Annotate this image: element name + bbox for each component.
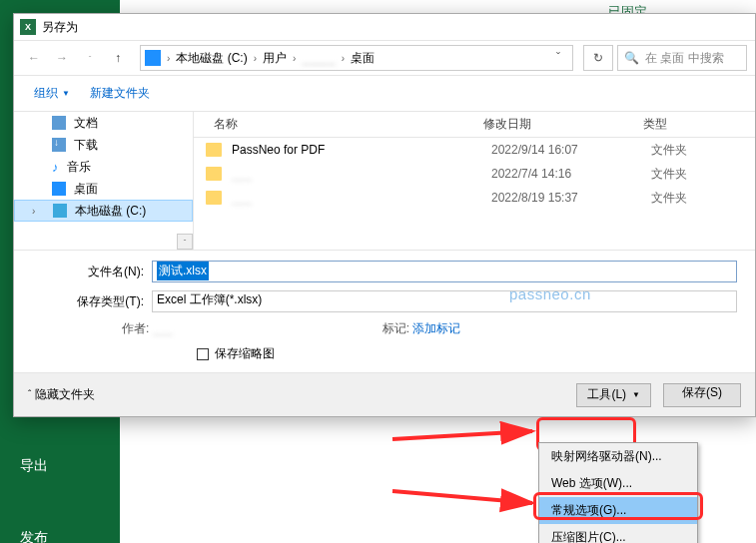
bc-users[interactable]: 用户 — [261, 50, 289, 67]
chevron-right-icon[interactable]: › — [32, 206, 35, 217]
refresh-button[interactable]: ↻ — [583, 45, 613, 71]
chevron-right-icon: › — [252, 53, 259, 64]
author-label: 作者: — [122, 321, 149, 335]
nav-back-icon[interactable]: ← — [22, 46, 46, 70]
nav-recent-icon[interactable]: ˇ — [78, 46, 102, 70]
chevron-right-icon: › — [165, 53, 172, 64]
pc-icon — [145, 50, 161, 66]
breadcrumb[interactable]: › 本地磁盘 (C:) › 用户 › _____ › 桌面 ˇ — [140, 45, 573, 71]
tools-menu: 映射网络驱动器(N)... Web 选项(W)... 常规选项(G)... 压缩… — [538, 442, 698, 543]
search-input[interactable]: 🔍 在 桌面 中搜索 — [617, 45, 747, 71]
bc-drive[interactable]: 本地磁盘 (C:) — [174, 50, 249, 67]
sidebar-item-music[interactable]: ♪音乐 — [14, 156, 193, 178]
bc-user-hidden[interactable]: _____ — [300, 51, 337, 65]
chevron-down-icon[interactable]: ˇ — [548, 51, 568, 65]
disk-icon — [53, 204, 67, 218]
folder-icon — [206, 191, 222, 205]
new-folder-button[interactable]: 新建文件夹 — [82, 81, 158, 106]
nav-up-icon[interactable]: ↑ — [106, 46, 130, 70]
col-type[interactable]: 类型 — [643, 116, 755, 133]
chevron-right-icon: › — [291, 53, 298, 64]
sidebar-item-documents[interactable]: 文档 — [14, 112, 193, 134]
search-icon: 🔍 — [624, 51, 639, 65]
col-name[interactable]: 名称 — [194, 116, 483, 133]
filename-input[interactable]: 测试.xlsx — [152, 261, 737, 282]
refresh-icon: ↻ — [593, 51, 603, 65]
menu-web-options[interactable]: Web 选项(W)... — [539, 470, 697, 497]
bg-publish: 发布 — [0, 519, 120, 543]
thumbnail-label: 保存缩略图 — [215, 345, 275, 362]
filetype-label: 保存类型(T): — [32, 293, 152, 310]
author-value[interactable]: ___ — [153, 321, 213, 335]
sidebar-item-desktop[interactable]: 桌面 — [14, 178, 193, 200]
file-row[interactable]: ___ 2022/7/4 14:16 文件夹 — [194, 162, 755, 186]
bg-export: 导出 — [0, 447, 120, 485]
tags-label: 标记: — [382, 321, 409, 335]
download-icon — [52, 138, 66, 152]
filetype-select[interactable]: Excel 工作簿(*.xlsx) — [152, 290, 737, 312]
sidebar-item-local-disk[interactable]: ›本地磁盘 (C:) — [14, 200, 193, 222]
chevron-down-icon: ▼ — [62, 89, 70, 98]
desktop-icon — [52, 182, 66, 196]
file-row[interactable]: PassNeo for PDF 2022/9/14 16:07 文件夹 — [194, 138, 755, 162]
chevron-up-icon: ˆ — [28, 389, 31, 400]
tools-button[interactable]: 工具(L) ▼ — [576, 383, 651, 407]
scroll-down-icon[interactable]: ˇ — [177, 234, 193, 250]
save-as-dialog: X 另存为 ← → ˇ ↑ › 本地磁盘 (C:) › 用户 › _____ ›… — [13, 13, 756, 417]
folder-icon — [206, 143, 222, 157]
menu-map-drive[interactable]: 映射网络驱动器(N)... — [539, 443, 697, 470]
excel-icon: X — [20, 19, 36, 35]
search-placeholder: 在 桌面 中搜索 — [645, 50, 724, 67]
chevron-right-icon: › — [340, 53, 347, 64]
bc-desktop[interactable]: 桌面 — [349, 50, 377, 67]
menu-general-options[interactable]: 常规选项(G)... — [539, 497, 697, 524]
organize-button[interactable]: 组织▼ — [26, 81, 78, 106]
dialog-title: 另存为 — [42, 19, 78, 36]
menu-compress-pictures[interactable]: 压缩图片(C)... — [539, 524, 697, 543]
sidebar-item-downloads[interactable]: 下载 — [14, 134, 193, 156]
nav-forward-icon: → — [50, 46, 74, 70]
folder-icon — [206, 167, 222, 181]
folder-tree: 文档 下载 ♪音乐 桌面 ›本地磁盘 (C:) ˇ — [14, 112, 194, 250]
save-button[interactable]: 保存(S) — [663, 383, 741, 407]
file-row[interactable]: ___ 2022/8/19 15:37 文件夹 — [194, 186, 755, 210]
tags-input[interactable]: 添加标记 — [412, 321, 460, 335]
music-icon: ♪ — [52, 160, 59, 175]
document-icon — [52, 116, 66, 130]
filename-label: 文件名(N): — [32, 264, 152, 280]
thumbnail-checkbox[interactable] — [197, 348, 209, 360]
hide-folders-toggle[interactable]: ˆ 隐藏文件夹 — [28, 386, 95, 403]
chevron-down-icon: ▼ — [632, 390, 640, 399]
col-date[interactable]: 修改日期 — [483, 116, 643, 133]
file-list: 名称 修改日期 类型 PassNeo for PDF 2022/9/14 16:… — [194, 112, 755, 250]
